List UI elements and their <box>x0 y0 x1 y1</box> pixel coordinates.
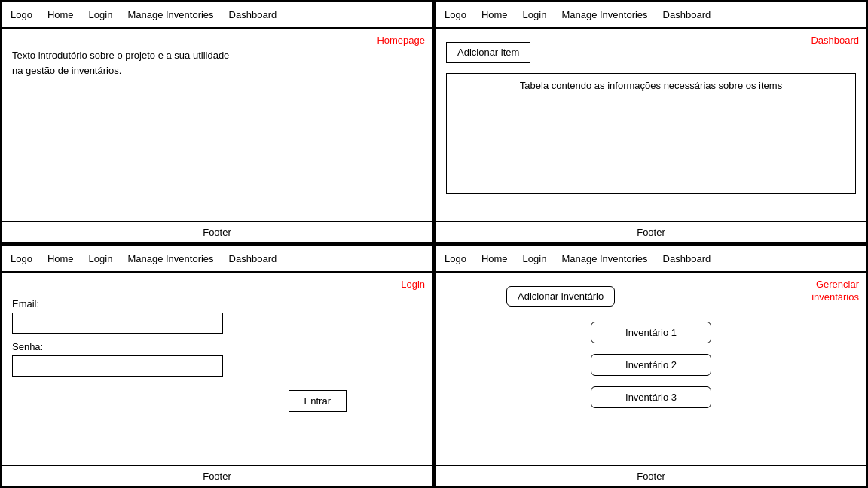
login-footer: Footer <box>2 465 432 486</box>
homepage-nav-dashboard[interactable]: Dashboard <box>229 9 277 20</box>
inventory-item-2[interactable]: Inventário 2 <box>591 354 711 376</box>
homepage-screen: Logo Home Login Manage Inventories Dashb… <box>0 0 434 244</box>
manage-screen: Logo Home Login Manage Inventories Dashb… <box>434 244 868 488</box>
manage-content: Gerenciar inventários Adicionar inventár… <box>436 273 866 465</box>
login-navbar: Logo Home Login Manage Inventories Dashb… <box>2 246 432 273</box>
manage-label: Gerenciar inventários <box>811 279 859 304</box>
login-nav-dashboard[interactable]: Dashboard <box>229 253 277 264</box>
dashboard-nav-manage[interactable]: Manage Inventories <box>561 9 647 20</box>
email-group: Email: <box>12 298 422 334</box>
manage-nav-home[interactable]: Home <box>481 253 508 264</box>
dashboard-navbar: Logo Home Login Manage Inventories Dashb… <box>436 2 866 29</box>
login-nav-home[interactable]: Home <box>47 253 74 264</box>
manage-navbar: Logo Home Login Manage Inventories Dashb… <box>436 246 866 273</box>
dashboard-content: Dashboard Adicionar item Tabela contendo… <box>436 29 866 221</box>
homepage-intro: Texto introdutório sobre o projeto e a s… <box>12 48 238 78</box>
login-label: Login <box>401 279 425 290</box>
dashboard-footer: Footer <box>436 221 866 242</box>
homepage-nav-logo[interactable]: Logo <box>11 9 32 20</box>
manage-nav-dashboard[interactable]: Dashboard <box>663 253 711 264</box>
homepage-footer: Footer <box>2 221 432 242</box>
manage-nav-manage[interactable]: Manage Inventories <box>561 253 647 264</box>
senha-input[interactable] <box>12 355 223 377</box>
login-nav-login[interactable]: Login <box>89 253 113 264</box>
login-content: Login Email: Senha: Entrar <box>2 273 432 465</box>
dashboard-nav-logo[interactable]: Logo <box>445 9 466 20</box>
dashboard-table: Tabela contendo as informações necessári… <box>446 73 856 194</box>
homepage-content: Homepage Texto introdutório sobre o proj… <box>2 29 432 221</box>
manage-nav-logo[interactable]: Logo <box>445 253 466 264</box>
homepage-nav-home[interactable]: Home <box>47 9 74 20</box>
add-item-button[interactable]: Adicionar item <box>446 42 530 63</box>
entrar-button[interactable]: Entrar <box>289 390 347 412</box>
login-screen: Logo Home Login Manage Inventories Dashb… <box>0 244 434 488</box>
add-inventory-button[interactable]: Adicionar inventário <box>506 286 615 307</box>
manage-nav-login[interactable]: Login <box>523 253 547 264</box>
manage-footer: Footer <box>436 465 866 486</box>
dashboard-nav-login[interactable]: Login <box>523 9 547 20</box>
dashboard-label: Dashboard <box>811 35 859 46</box>
dashboard-screen: Logo Home Login Manage Inventories Dashb… <box>434 0 868 244</box>
login-nav-logo[interactable]: Logo <box>11 253 32 264</box>
inventory-item-3[interactable]: Inventário 3 <box>591 386 711 408</box>
senha-group: Senha: <box>12 341 422 377</box>
email-label: Email: <box>12 298 422 310</box>
homepage-nav-manage[interactable]: Manage Inventories <box>127 9 213 20</box>
dashboard-nav-dashboard[interactable]: Dashboard <box>663 9 711 20</box>
inventory-list: Inventário 1 Inventário 2 Inventário 3 <box>446 322 856 408</box>
inventory-item-1[interactable]: Inventário 1 <box>591 322 711 343</box>
homepage-nav-login[interactable]: Login <box>89 9 113 20</box>
email-input[interactable] <box>12 313 223 334</box>
dashboard-nav-home[interactable]: Home <box>481 9 508 20</box>
login-form: Email: Senha: Entrar <box>12 298 422 377</box>
homepage-label: Homepage <box>377 35 425 46</box>
table-header: Tabela contendo as informações necessári… <box>453 80 849 96</box>
login-nav-manage[interactable]: Manage Inventories <box>127 253 213 264</box>
homepage-navbar: Logo Home Login Manage Inventories Dashb… <box>2 2 432 29</box>
senha-label: Senha: <box>12 341 422 352</box>
